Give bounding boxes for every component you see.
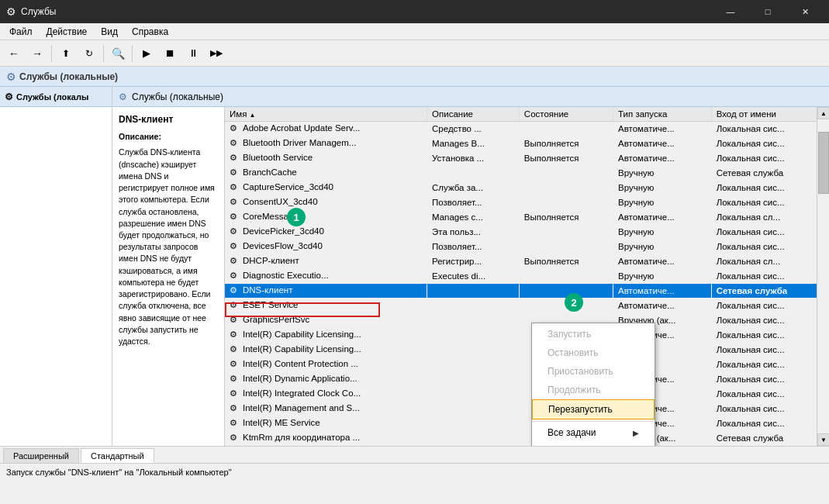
cell-desc [427,328,520,343]
cell-status: Выполняется [519,210,613,225]
table-row[interactable]: ⚙Intel(R) ME ServiceАвтоматиче...Локальн… [225,416,829,431]
table-row[interactable]: ⚙ESET ServiceАвтоматиче...Локальная сис.… [225,299,829,313]
resume-button[interactable]: ▶▶ [206,43,227,64]
table-row[interactable]: ⚙CoreMessagingManages c...ВыполняетсяАвт… [225,210,829,225]
table-row[interactable]: ⚙Adobe Acrobat Update Serv...Средство ..… [225,122,829,136]
cell-status [519,181,613,195]
scrollbar-y[interactable]: ▲ ▼ [817,107,829,446]
cell-startup: Вручную [613,225,712,240]
cell-login: Сетевая служба [711,431,828,446]
menu-bar: Файл Действие Вид Справка [0,23,829,40]
cell-desc: Эта польз... [427,225,520,240]
cell-desc [427,402,520,416]
table-row[interactable]: ⚙Diagnostic Executio...Executes di...Вру… [225,269,829,284]
table-row[interactable]: ⚙DHCP-клиентРегистрир...ВыполняетсяАвтом… [225,254,829,269]
cell-login: Локальная сис... [711,387,828,402]
cell-name: ⚙GraphicsPerfSvc [225,313,427,328]
services-table: Имя ▲ Описание Состояние Тип запуска Вхо… [225,107,829,446]
up-button[interactable]: ⬆ [55,43,77,64]
table-row[interactable]: ⚙Intel(R) Dynamic Applicatio...Автоматич… [225,372,829,387]
col-status[interactable]: Состояние [519,107,613,122]
scroll-thumb[interactable] [818,132,829,194]
minimize-button[interactable]: — [713,0,748,23]
col-desc[interactable]: Описание [427,107,520,122]
ctx-all-tasks-label: Все задачи [547,427,596,438]
ctx-continue[interactable]: Продолжить [532,381,655,399]
bottom-tabs: Расширенный Стандартный [0,446,829,463]
table-row[interactable]: ⚙Intel(R) Content Protection ...ВручнуюЛ… [225,357,829,372]
table-row[interactable]: ⚙Intel(R) Capability Licensing...Автомат… [225,328,829,343]
cell-desc: Средство ... [427,122,520,136]
cell-status [519,195,613,210]
scroll-up[interactable]: ▲ [817,107,829,119]
table-row[interactable]: ⚙Intel(R) Integrated Clock Co...ВручнуюЛ… [225,387,829,402]
ctx-restart[interactable]: Перезапустить [532,399,655,419]
cell-name: ⚙DevicesFlow_3cd40 [225,240,427,254]
menu-view[interactable]: Вид [95,23,124,40]
cell-login: Локальная сис... [711,416,828,431]
cell-name: ⚙Bluetooth Service [225,151,427,166]
forward-button[interactable]: → [26,43,48,64]
cell-login: Локальная сис... [711,299,828,313]
table-row[interactable]: ⚙Intel(R) Management and S...Автоматиче.… [225,402,829,416]
table-row[interactable]: ⚙DevicePicker_3cd40Эта польз...ВручнуюЛо… [225,225,829,240]
table-row[interactable]: ⚙Bluetooth Driver Managem...Manages B...… [225,136,829,151]
context-menu: Запустить Остановить Приостановить Продо… [531,323,655,446]
sidebar-header: ⚙ Службы (локалы [0,87,112,107]
table-row[interactable]: ⚙Bluetooth ServiceУстановка ...Выполняет… [225,151,829,166]
cell-status [519,225,613,240]
stop-button[interactable]: ⏹ [159,43,181,64]
ctx-all-tasks[interactable]: Все задачи ▶ [532,423,655,442]
cell-name: ⚙Intel(R) Management and S... [225,402,427,416]
services-table-scroll[interactable]: Имя ▲ Описание Состояние Тип запуска Вхо… [225,107,829,446]
table-row[interactable]: ⚙CaptureService_3cd40Служба за...Вручную… [225,181,829,195]
close-button[interactable]: ✕ [787,0,823,23]
gear-icon: ⚙ [230,388,240,399]
pause-button[interactable]: ⏸ [182,43,204,64]
refresh-button[interactable]: ↻ [78,43,100,64]
col-login[interactable]: Вход от имени [711,107,828,122]
cell-login: Локальная сис... [711,328,828,343]
cell-login: Сетевая служба [711,284,828,299]
table-row[interactable]: ⚙DevicesFlow_3cd40Позволяет...ВручнуюЛок… [225,240,829,254]
cell-desc: Executes di... [427,269,520,284]
cell-name: ⚙CaptureService_3cd40 [225,181,427,195]
ctx-pause[interactable]: Приостановить [532,362,655,381]
cell-desc [427,343,520,357]
cell-startup: Вручную [613,269,712,284]
cell-name: ⚙Intel(R) ME Service [225,416,427,431]
cell-login: Локальная сис... [711,357,828,372]
tab-extended[interactable]: Расширенный [3,448,79,463]
toolbar: ← → ⬆ ↻ 🔍 ▶ ⏹ ⏸ ▶▶ [0,40,829,67]
table-row[interactable]: ⚙GraphicsPerfSvcВручную (ак...Локальная … [225,313,829,328]
cell-startup: Вручную [613,181,712,195]
back-button[interactable]: ← [3,43,25,64]
tab-standard[interactable]: Стандартный [81,448,154,463]
menu-action[interactable]: Действие [40,23,94,40]
table-row[interactable]: ⚙BranchCacheВручнуюСетевая служба [225,166,829,181]
table-row[interactable]: ⚙Intel(R) Capability Licensing...Вручную… [225,343,829,357]
gear-icon: ⚙ [230,182,240,193]
play-button[interactable]: ▶ [136,43,157,64]
ctx-start[interactable]: Запустить [532,325,655,343]
menu-help[interactable]: Справка [126,23,174,40]
gear-icon: ⚙ [230,197,240,208]
cell-status [519,269,613,284]
cell-startup: Вручную [613,166,712,181]
table-row[interactable]: ⚙DNS-клиентАвтоматиче...Сетевая служба [225,284,829,299]
cell-name: ⚙DHCP-клиент [225,254,427,269]
cell-status: Выполняется [519,151,613,166]
col-name[interactable]: Имя ▲ [225,107,427,122]
gear-icon: ⚙ [230,403,240,414]
table-row[interactable]: ⚙ConsentUX_3cd40Позволяет...ВручнуюЛокал… [225,195,829,210]
services-list-title: Службы (локальные) [132,91,223,102]
ctx-stop[interactable]: Остановить [532,343,655,362]
ctx-refresh[interactable]: Обновить [532,442,655,446]
search-button[interactable]: 🔍 [107,43,129,64]
cell-login: Локальная сис... [711,240,828,254]
table-row[interactable]: ⚙KtmRm для координатора ...Вручную (ак..… [225,431,829,446]
menu-file[interactable]: Файл [3,23,39,40]
maximize-button[interactable]: □ [750,0,786,23]
col-startup[interactable]: Тип запуска [613,107,712,122]
scroll-down[interactable]: ▼ [817,433,829,446]
